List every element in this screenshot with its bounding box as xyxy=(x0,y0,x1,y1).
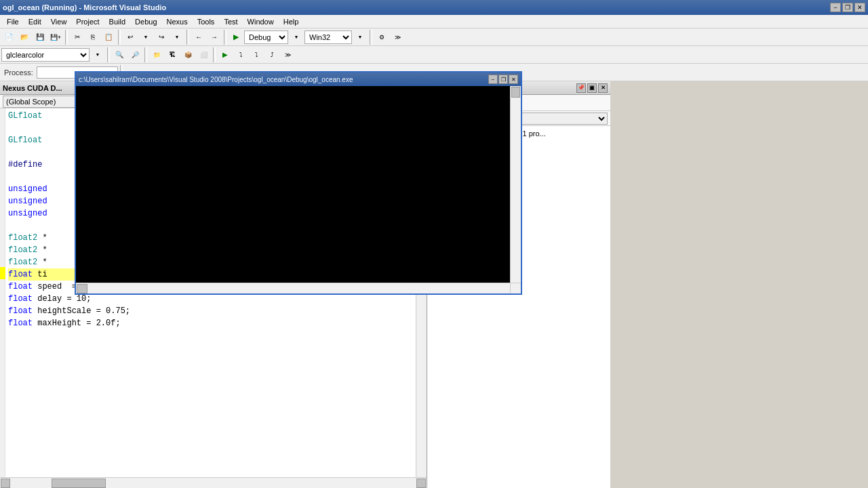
sep2 xyxy=(118,30,121,45)
sep1 xyxy=(65,30,68,45)
more-btn[interactable]: ≫ xyxy=(390,30,405,45)
sol-maximize-btn[interactable]: ▣ xyxy=(587,83,597,93)
cut-btn[interactable]: ✂ xyxy=(70,30,85,45)
floating-hscroll[interactable] xyxy=(76,283,510,293)
window-title: ogl_ocean (Running) - Microsoft Visual S… xyxy=(3,3,166,12)
configuration-combo[interactable]: Debug Release xyxy=(244,30,288,44)
sol-explorer-btn[interactable]: 📁 xyxy=(149,47,164,62)
close-button[interactable]: ✕ xyxy=(854,3,865,12)
properties-btn[interactable]: ⚙ xyxy=(374,30,389,45)
nexus-panel-title: Nexus CUDA D... xyxy=(3,84,62,92)
stepout-btn[interactable]: ⤴ xyxy=(264,47,279,62)
start-debug-btn[interactable]: ▶ xyxy=(229,30,243,45)
minimize-button[interactable]: − xyxy=(830,3,841,12)
navigate-back-btn[interactable]: ← xyxy=(191,30,206,45)
undo-dropdown[interactable]: ▼ xyxy=(138,30,153,45)
menu-build[interactable]: Build xyxy=(105,16,130,27)
scroll-corner xyxy=(510,283,521,293)
menu-bar: File Edit View Project Build Debug Nexus… xyxy=(0,15,868,28)
stepover-btn[interactable]: ⤵ xyxy=(233,47,248,62)
platform-combo[interactable]: Win32 xyxy=(304,30,352,44)
opengl-viewport xyxy=(76,86,510,283)
floating-vscroll[interactable] xyxy=(510,86,521,283)
more2-btn[interactable]: ≫ xyxy=(280,47,295,62)
menu-nexus[interactable]: Nexus xyxy=(163,16,192,27)
restore-button[interactable]: ❐ xyxy=(842,3,853,12)
floating-restore-btn[interactable]: ❐ xyxy=(498,75,508,84)
sol-pin-btn[interactable]: 📌 xyxy=(576,83,586,93)
sep6 xyxy=(107,47,110,62)
copy-btn[interactable]: ⎘ xyxy=(85,30,100,45)
sep8 xyxy=(213,47,216,62)
find2-btn[interactable]: 🔎 xyxy=(127,47,142,62)
paste-btn[interactable]: 📋 xyxy=(101,30,116,45)
h-scroll-thumb[interactable] xyxy=(52,479,106,488)
scope-combo[interactable]: (Global Scope) xyxy=(3,96,84,108)
config-arrow[interactable]: ▼ xyxy=(289,30,304,45)
title-bar-buttons: − ❐ ✕ xyxy=(830,3,865,12)
menu-tools[interactable]: Tools xyxy=(193,16,219,27)
properties-win-btn[interactable]: ⬜ xyxy=(196,47,211,62)
debug-target-combo[interactable]: glclearcolor xyxy=(1,48,90,62)
open-btn[interactable]: 📂 xyxy=(17,30,32,45)
stepinto-btn[interactable]: ⤵ xyxy=(249,47,264,62)
sep3 xyxy=(186,30,189,45)
navigate-fwd-btn[interactable]: → xyxy=(207,30,222,45)
redo-dropdown[interactable]: ▼ xyxy=(170,30,184,45)
solution-header-buttons: 📌 ▣ ✕ xyxy=(576,83,608,93)
floating-min-btn[interactable]: − xyxy=(488,75,498,84)
floating-title-buttons: − ❐ ✕ xyxy=(488,75,518,84)
menu-test[interactable]: Test xyxy=(220,16,241,27)
undo-btn[interactable]: ↩ xyxy=(123,30,138,45)
new-file-btn[interactable]: 📄 xyxy=(1,30,16,45)
menu-file[interactable]: File xyxy=(3,16,23,27)
floating-app-window[interactable]: c:\Users\sahilram\Documents\Visual Studi… xyxy=(75,71,522,295)
menu-window[interactable]: Window xyxy=(243,16,278,27)
code-line: float maxHeight = 2.0f; xyxy=(8,317,413,329)
menu-view[interactable]: View xyxy=(47,16,71,27)
platform-arrow[interactable]: ▼ xyxy=(353,30,368,45)
toolbar-row-2: glclearcolor ▼ 🔍 🔎 📁 🏗 📦 ⬜ ▶ ⤵ ⤵ ⤴ ≫ xyxy=(0,46,868,64)
code-gutter xyxy=(0,108,5,477)
resource-view-btn[interactable]: 📦 xyxy=(180,47,195,62)
target-dropdown[interactable]: ▼ xyxy=(90,47,105,62)
sep5 xyxy=(370,30,372,45)
floating-app-titlebar: c:\Users\sahilram\Documents\Visual Studi… xyxy=(76,73,521,86)
menu-project[interactable]: Project xyxy=(72,16,103,27)
find-btn[interactable]: 🔍 xyxy=(112,47,127,62)
title-bar: ogl_ocean (Running) - Microsoft Visual S… xyxy=(0,0,868,15)
menu-debug[interactable]: Debug xyxy=(131,16,161,27)
floating-close-btn[interactable]: ✕ xyxy=(509,75,518,84)
toolbar-row-1: 📄 📂 💾 💾+ ✂ ⎘ 📋 ↩ ▼ ↪ ▼ ← → ▶ Debug Relea… xyxy=(0,28,868,46)
process-label: Process: xyxy=(1,68,36,77)
floating-app-title: c:\Users\sahilram\Documents\Visual Studi… xyxy=(79,76,353,83)
menu-help[interactable]: Help xyxy=(279,16,303,27)
class-view-btn[interactable]: 🏗 xyxy=(165,47,180,62)
save-all-btn[interactable]: 💾+ xyxy=(48,30,63,45)
sep4 xyxy=(224,30,226,45)
save-btn[interactable]: 💾 xyxy=(33,30,47,45)
sep7 xyxy=(144,47,147,62)
h-scrollbar[interactable] xyxy=(0,477,427,488)
sol-close-btn[interactable]: ✕ xyxy=(598,83,608,93)
menu-edit[interactable]: Edit xyxy=(24,16,45,27)
redo-btn[interactable]: ↪ xyxy=(154,30,169,45)
floating-app-content xyxy=(76,86,521,293)
start-btn[interactable]: ▶ xyxy=(218,47,233,62)
code-line: float heightScale = 0.75; xyxy=(8,305,413,317)
